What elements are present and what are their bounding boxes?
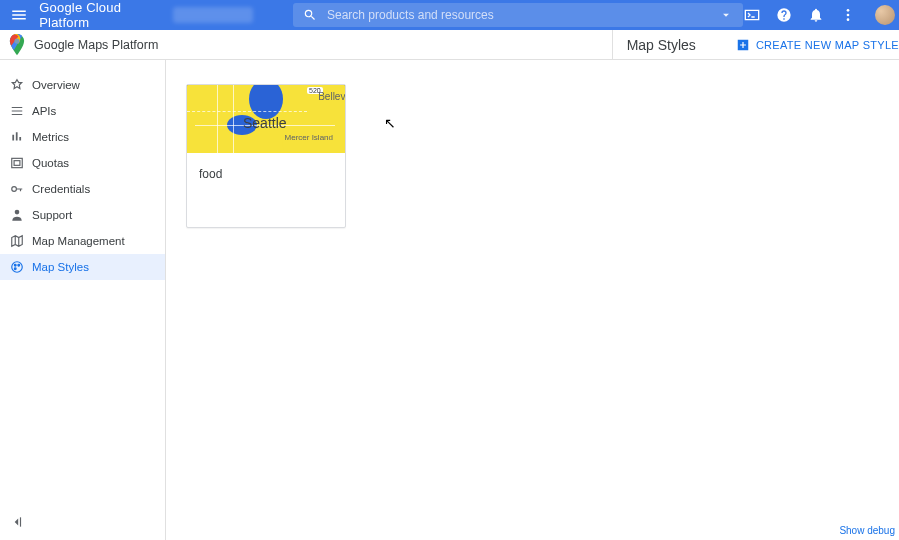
sidebar-item-overview[interactable]: Overview: [0, 72, 165, 98]
topbar-right-icons: [743, 5, 891, 25]
apis-icon: [10, 104, 32, 118]
sidebar-item-apis[interactable]: APIs: [0, 98, 165, 124]
sidebar-item-label: Overview: [32, 79, 80, 91]
sidebar-item-label: Map Management: [32, 235, 125, 247]
search-input[interactable]: [327, 8, 719, 22]
search-wrap: [293, 3, 743, 27]
svg-point-2: [847, 18, 850, 21]
svg-point-11: [14, 268, 16, 270]
sidebar-item-label: Map Styles: [32, 261, 89, 273]
map-style-card[interactable]: 520 Seattle Bellevu Mercer Island food: [186, 84, 346, 228]
map-management-icon: [10, 234, 32, 248]
svg-point-7: [15, 210, 20, 215]
sidebar-item-map-styles[interactable]: Map Styles: [0, 254, 165, 280]
create-new-map-style-button[interactable]: CREATE NEW MAP STYLE: [736, 38, 899, 52]
show-debug-link[interactable]: Show debug: [839, 525, 895, 536]
top-bar: Google Cloud Platform: [0, 0, 899, 30]
svg-point-9: [14, 264, 16, 266]
svg-point-0: [847, 9, 850, 12]
sidebar-item-label: Quotas: [32, 157, 69, 169]
notifications-icon[interactable]: [807, 6, 825, 24]
support-icon: [10, 208, 32, 222]
project-selector[interactable]: [173, 7, 253, 23]
sidebar-item-support[interactable]: Support: [0, 202, 165, 228]
map-style-name: food: [199, 167, 222, 181]
map-seattle-label: Seattle: [243, 115, 287, 131]
platform-name: Google Cloud Platform: [39, 0, 159, 30]
product-name: Google Maps Platform: [34, 38, 158, 52]
svg-point-10: [18, 264, 20, 266]
metrics-icon: [10, 130, 32, 144]
svg-rect-4: [12, 158, 23, 167]
svg-point-6: [12, 187, 17, 192]
hamburger-menu-icon[interactable]: [8, 3, 29, 27]
map-mercer-label: Mercer Island: [285, 133, 333, 142]
sidebar-item-credentials[interactable]: Credentials: [0, 176, 165, 202]
svg-point-3: [14, 38, 19, 43]
sidebar-item-label: Support: [32, 209, 72, 221]
sidebar-item-label: Credentials: [32, 183, 90, 195]
chevron-down-icon[interactable]: [719, 8, 733, 22]
quotas-icon: [10, 156, 32, 170]
sidebar-item-metrics[interactable]: Metrics: [0, 124, 165, 150]
collapse-sidebar-button[interactable]: [10, 515, 24, 532]
map-style-thumbnail: 520 Seattle Bellevu Mercer Island: [187, 85, 345, 153]
map-bellevue-label: Bellevu: [318, 91, 345, 102]
svg-point-8: [12, 262, 23, 273]
overview-icon: [10, 78, 32, 92]
sub-header: Google Maps Platform Map Styles CREATE N…: [0, 30, 899, 60]
svg-rect-5: [14, 161, 20, 166]
main-content: 520 Seattle Bellevu Mercer Island food: [166, 60, 899, 540]
more-vert-icon[interactable]: [839, 6, 857, 24]
search-box[interactable]: [293, 3, 743, 27]
page-title: Map Styles: [627, 37, 696, 53]
sidebar-item-quotas[interactable]: Quotas: [0, 150, 165, 176]
svg-point-1: [847, 14, 850, 17]
maps-logo-icon: [0, 34, 34, 56]
sidebar-item-label: APIs: [32, 105, 56, 117]
map-styles-icon: [10, 260, 32, 274]
sidebar-item-map-management[interactable]: Map Management: [0, 228, 165, 254]
sidebar: Overview APIs Metrics Quotas Credentials…: [0, 60, 166, 540]
credentials-icon: [10, 182, 32, 196]
sidebar-item-label: Metrics: [32, 131, 69, 143]
help-icon[interactable]: [775, 6, 793, 24]
cloud-shell-icon[interactable]: [743, 6, 761, 24]
create-button-label: CREATE NEW MAP STYLE: [756, 39, 899, 51]
avatar[interactable]: [875, 5, 895, 25]
search-icon: [303, 8, 317, 22]
